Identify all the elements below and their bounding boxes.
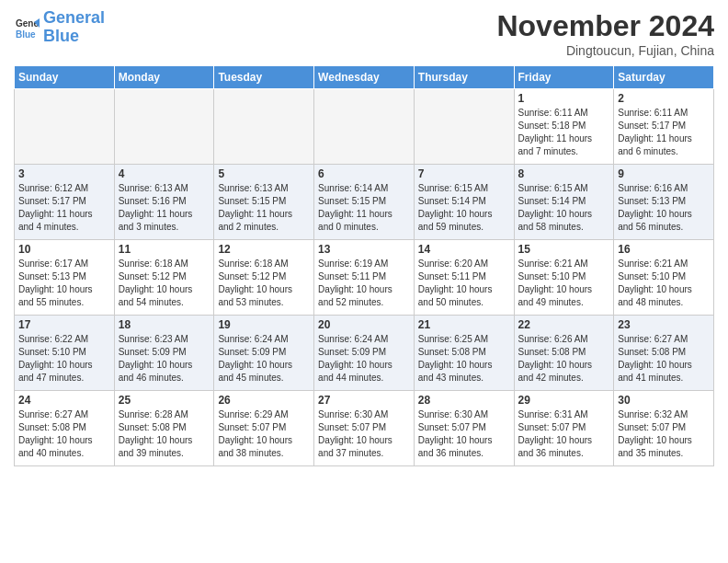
day-number: 14 <box>418 243 510 256</box>
day-info: Sunrise: 6:19 AM Sunset: 5:11 PM Dayligh… <box>318 258 410 309</box>
title-block: November 2024 Dingtoucun, Fujian, China <box>496 9 714 58</box>
day-number: 3 <box>18 167 110 180</box>
calendar-cell: 25Sunrise: 6:28 AM Sunset: 5:08 PM Dayli… <box>114 391 214 466</box>
day-info: Sunrise: 6:15 AM Sunset: 5:14 PM Dayligh… <box>418 182 510 234</box>
day-info: Sunrise: 6:11 AM Sunset: 5:18 PM Dayligh… <box>518 107 610 158</box>
day-number: 17 <box>18 318 110 331</box>
day-info: Sunrise: 6:13 AM Sunset: 5:16 PM Dayligh… <box>119 182 210 234</box>
day-number: 18 <box>119 318 210 331</box>
day-info: Sunrise: 6:24 AM Sunset: 5:09 PM Dayligh… <box>218 333 310 385</box>
day-number: 24 <box>18 394 110 407</box>
day-number: 6 <box>318 167 410 180</box>
main-container: General Blue General Blue November 2024 … <box>0 0 728 471</box>
calendar-cell: 8Sunrise: 6:15 AM Sunset: 5:14 PM Daylig… <box>514 165 614 240</box>
day-number: 27 <box>318 394 410 407</box>
day-info: Sunrise: 6:27 AM Sunset: 5:08 PM Dayligh… <box>18 408 110 460</box>
calendar-cell: 30Sunrise: 6:32 AM Sunset: 5:07 PM Dayli… <box>614 391 714 466</box>
day-number: 25 <box>119 394 210 407</box>
calendar-cell: 5Sunrise: 6:13 AM Sunset: 5:15 PM Daylig… <box>214 165 314 240</box>
day-number: 30 <box>618 394 710 407</box>
calendar-cell <box>214 89 314 165</box>
day-info: Sunrise: 6:23 AM Sunset: 5:09 PM Dayligh… <box>119 333 210 385</box>
day-info: Sunrise: 6:28 AM Sunset: 5:08 PM Dayligh… <box>119 408 210 460</box>
day-number: 8 <box>518 167 610 180</box>
day-number: 1 <box>518 92 610 105</box>
day-info: Sunrise: 6:25 AM Sunset: 5:08 PM Dayligh… <box>418 333 510 385</box>
calendar-cell: 21Sunrise: 6:25 AM Sunset: 5:08 PM Dayli… <box>414 316 514 391</box>
day-info: Sunrise: 6:20 AM Sunset: 5:11 PM Dayligh… <box>418 258 510 309</box>
calendar-cell: 27Sunrise: 6:30 AM Sunset: 5:07 PM Dayli… <box>314 391 415 466</box>
calendar-cell: 10Sunrise: 6:17 AM Sunset: 5:13 PM Dayli… <box>15 240 115 316</box>
day-number: 10 <box>18 243 110 256</box>
header-saturday: Saturday <box>614 66 714 89</box>
day-number: 26 <box>218 394 310 407</box>
calendar-week-1: 3Sunrise: 6:12 AM Sunset: 5:17 PM Daylig… <box>15 165 714 240</box>
header-monday: Monday <box>114 66 214 89</box>
day-info: Sunrise: 6:12 AM Sunset: 5:17 PM Dayligh… <box>18 182 110 234</box>
calendar-cell: 2Sunrise: 6:11 AM Sunset: 5:17 PM Daylig… <box>614 89 714 165</box>
calendar-cell: 20Sunrise: 6:24 AM Sunset: 5:09 PM Dayli… <box>314 316 415 391</box>
calendar-cell: 6Sunrise: 6:14 AM Sunset: 5:15 PM Daylig… <box>314 165 415 240</box>
day-number: 22 <box>518 318 610 331</box>
calendar-cell: 11Sunrise: 6:18 AM Sunset: 5:12 PM Dayli… <box>114 240 214 316</box>
calendar-cell <box>114 89 214 165</box>
calendar-cell: 16Sunrise: 6:21 AM Sunset: 5:10 PM Dayli… <box>614 240 714 316</box>
day-number: 5 <box>218 167 310 180</box>
day-info: Sunrise: 6:17 AM Sunset: 5:13 PM Dayligh… <box>18 258 110 309</box>
day-info: Sunrise: 6:32 AM Sunset: 5:07 PM Dayligh… <box>618 408 710 460</box>
calendar-cell: 7Sunrise: 6:15 AM Sunset: 5:14 PM Daylig… <box>414 165 514 240</box>
calendar-cell: 9Sunrise: 6:16 AM Sunset: 5:13 PM Daylig… <box>614 165 714 240</box>
logo: General Blue General Blue <box>14 9 105 46</box>
header-tuesday: Tuesday <box>214 66 314 89</box>
header-sunday: Sunday <box>15 66 115 89</box>
day-number: 12 <box>218 243 310 256</box>
calendar-week-3: 17Sunrise: 6:22 AM Sunset: 5:10 PM Dayli… <box>15 316 714 391</box>
day-info: Sunrise: 6:27 AM Sunset: 5:08 PM Dayligh… <box>618 333 710 385</box>
calendar-cell: 15Sunrise: 6:21 AM Sunset: 5:10 PM Dayli… <box>514 240 614 316</box>
calendar-cell: 3Sunrise: 6:12 AM Sunset: 5:17 PM Daylig… <box>15 165 115 240</box>
day-info: Sunrise: 6:13 AM Sunset: 5:15 PM Dayligh… <box>218 182 310 234</box>
day-info: Sunrise: 6:31 AM Sunset: 5:07 PM Dayligh… <box>518 408 610 460</box>
day-number: 28 <box>418 394 510 407</box>
calendar-cell: 29Sunrise: 6:31 AM Sunset: 5:07 PM Dayli… <box>514 391 614 466</box>
day-info: Sunrise: 6:21 AM Sunset: 5:10 PM Dayligh… <box>518 258 610 309</box>
day-number: 15 <box>518 243 610 256</box>
calendar-header-row: Sunday Monday Tuesday Wednesday Thursday… <box>15 66 714 89</box>
calendar-cell: 18Sunrise: 6:23 AM Sunset: 5:09 PM Dayli… <box>114 316 214 391</box>
calendar-week-0: 1Sunrise: 6:11 AM Sunset: 5:18 PM Daylig… <box>15 89 714 165</box>
calendar-week-4: 24Sunrise: 6:27 AM Sunset: 5:08 PM Dayli… <box>15 391 714 466</box>
day-info: Sunrise: 6:24 AM Sunset: 5:09 PM Dayligh… <box>318 333 410 385</box>
calendar-cell: 24Sunrise: 6:27 AM Sunset: 5:08 PM Dayli… <box>15 391 115 466</box>
day-info: Sunrise: 6:26 AM Sunset: 5:08 PM Dayligh… <box>518 333 610 385</box>
day-info: Sunrise: 6:29 AM Sunset: 5:07 PM Dayligh… <box>218 408 310 460</box>
day-info: Sunrise: 6:21 AM Sunset: 5:10 PM Dayligh… <box>618 258 710 309</box>
calendar-cell: 12Sunrise: 6:18 AM Sunset: 5:12 PM Dayli… <box>214 240 314 316</box>
svg-text:Blue: Blue <box>16 29 36 40</box>
day-number: 11 <box>119 243 210 256</box>
header-wednesday: Wednesday <box>314 66 415 89</box>
logo-icon: General Blue <box>14 15 40 40</box>
day-number: 20 <box>318 318 410 331</box>
day-info: Sunrise: 6:30 AM Sunset: 5:07 PM Dayligh… <box>418 408 510 460</box>
calendar-cell: 1Sunrise: 6:11 AM Sunset: 5:18 PM Daylig… <box>514 89 614 165</box>
day-number: 4 <box>119 167 210 180</box>
calendar-cell <box>15 89 115 165</box>
day-number: 21 <box>418 318 510 331</box>
calendar-cell: 23Sunrise: 6:27 AM Sunset: 5:08 PM Dayli… <box>614 316 714 391</box>
day-info: Sunrise: 6:16 AM Sunset: 5:13 PM Dayligh… <box>618 182 710 234</box>
calendar-week-2: 10Sunrise: 6:17 AM Sunset: 5:13 PM Dayli… <box>15 240 714 316</box>
calendar-cell: 26Sunrise: 6:29 AM Sunset: 5:07 PM Dayli… <box>214 391 314 466</box>
header: General Blue General Blue November 2024 … <box>14 9 714 58</box>
day-info: Sunrise: 6:30 AM Sunset: 5:07 PM Dayligh… <box>318 408 410 460</box>
day-number: 2 <box>618 92 710 105</box>
logo-text: General Blue <box>43 9 105 46</box>
day-info: Sunrise: 6:14 AM Sunset: 5:15 PM Dayligh… <box>318 182 410 234</box>
calendar-cell: 19Sunrise: 6:24 AM Sunset: 5:09 PM Dayli… <box>214 316 314 391</box>
calendar-cell: 17Sunrise: 6:22 AM Sunset: 5:10 PM Dayli… <box>15 316 115 391</box>
header-thursday: Thursday <box>414 66 514 89</box>
calendar-cell: 14Sunrise: 6:20 AM Sunset: 5:11 PM Dayli… <box>414 240 514 316</box>
calendar-cell: 13Sunrise: 6:19 AM Sunset: 5:11 PM Dayli… <box>314 240 415 316</box>
calendar-cell: 28Sunrise: 6:30 AM Sunset: 5:07 PM Dayli… <box>414 391 514 466</box>
day-number: 9 <box>618 167 710 180</box>
calendar-cell: 22Sunrise: 6:26 AM Sunset: 5:08 PM Dayli… <box>514 316 614 391</box>
